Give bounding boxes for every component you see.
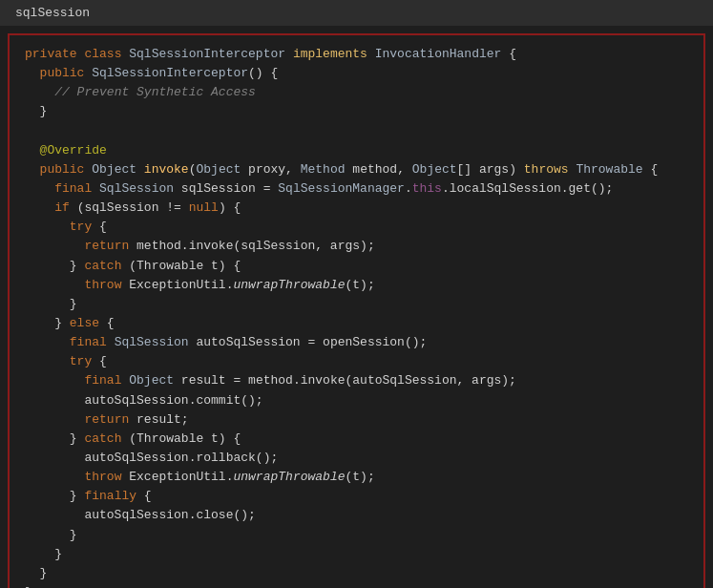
code-container: private class SqlSessionInterceptor impl… xyxy=(8,33,705,588)
title-bar: sqlSession xyxy=(0,0,713,26)
code-block: private class SqlSessionInterceptor impl… xyxy=(10,45,703,588)
title-text: sqlSession xyxy=(15,6,90,20)
